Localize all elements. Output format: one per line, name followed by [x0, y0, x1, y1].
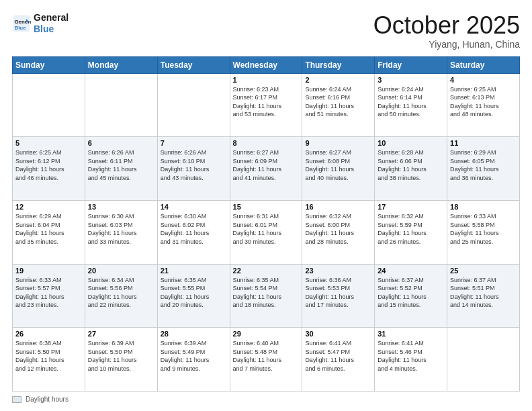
day-number: 9 — [305, 139, 371, 147]
logo: General Blue General Blue — [12, 12, 69, 35]
calendar-cell — [157, 73, 230, 137]
day-info: Sunrise: 6:39 AM Sunset: 5:49 PM Dayligh… — [161, 339, 227, 373]
day-number: 31 — [378, 330, 444, 338]
calendar-cell: 26Sunrise: 6:38 AM Sunset: 5:50 PM Dayli… — [13, 328, 85, 392]
day-number: 2 — [305, 76, 371, 84]
header: General Blue General Blue October 2025 Y… — [12, 12, 520, 50]
calendar-cell: 19Sunrise: 6:33 AM Sunset: 5:57 PM Dayli… — [13, 264, 85, 328]
calendar-week-2: 5Sunrise: 6:25 AM Sunset: 6:12 PM Daylig… — [13, 137, 520, 201]
day-info: Sunrise: 6:31 AM Sunset: 6:01 PM Dayligh… — [233, 212, 300, 246]
logo-blue: Blue — [34, 24, 69, 35]
calendar-cell: 16Sunrise: 6:32 AM Sunset: 6:00 PM Dayli… — [302, 200, 375, 264]
calendar-cell: 1Sunrise: 6:23 AM Sunset: 6:17 PM Daylig… — [230, 73, 302, 137]
title-block: October 2025 Yiyang, Hunan, China — [373, 12, 520, 50]
calendar-week-1: 1Sunrise: 6:23 AM Sunset: 6:17 PM Daylig… — [13, 73, 520, 137]
day-number: 22 — [233, 267, 300, 275]
calendar-cell: 11Sunrise: 6:29 AM Sunset: 6:05 PM Dayli… — [447, 137, 520, 201]
day-number: 11 — [450, 139, 517, 147]
day-info: Sunrise: 6:24 AM Sunset: 6:14 PM Dayligh… — [378, 85, 444, 119]
calendar-cell: 30Sunrise: 6:41 AM Sunset: 5:47 PM Dayli… — [302, 328, 375, 392]
day-info: Sunrise: 6:38 AM Sunset: 5:50 PM Dayligh… — [15, 339, 82, 373]
day-info: Sunrise: 6:41 AM Sunset: 5:47 PM Dayligh… — [305, 339, 371, 373]
day-number: 23 — [305, 267, 371, 275]
calendar-cell: 13Sunrise: 6:30 AM Sunset: 6:03 PM Dayli… — [85, 200, 157, 264]
header-row: Sunday Monday Tuesday Wednesday Thursday… — [13, 56, 520, 73]
calendar-cell: 8Sunrise: 6:27 AM Sunset: 6:09 PM Daylig… — [230, 137, 302, 201]
day-number: 6 — [88, 139, 154, 147]
day-number: 25 — [450, 267, 517, 275]
day-info: Sunrise: 6:30 AM Sunset: 6:03 PM Dayligh… — [88, 212, 154, 246]
calendar-cell: 29Sunrise: 6:40 AM Sunset: 5:48 PM Dayli… — [230, 328, 302, 392]
col-thursday: Thursday — [302, 56, 375, 73]
day-number: 16 — [305, 203, 371, 211]
day-info: Sunrise: 6:24 AM Sunset: 6:16 PM Dayligh… — [305, 85, 371, 119]
day-info: Sunrise: 6:35 AM Sunset: 5:54 PM Dayligh… — [233, 276, 300, 310]
day-info: Sunrise: 6:40 AM Sunset: 5:48 PM Dayligh… — [233, 339, 300, 373]
calendar-cell: 9Sunrise: 6:27 AM Sunset: 6:08 PM Daylig… — [302, 137, 375, 201]
day-number: 17 — [378, 203, 444, 211]
calendar-cell: 5Sunrise: 6:25 AM Sunset: 6:12 PM Daylig… — [13, 137, 85, 201]
calendar-cell: 20Sunrise: 6:34 AM Sunset: 5:56 PM Dayli… — [85, 264, 157, 328]
day-number: 21 — [161, 267, 227, 275]
day-number: 10 — [378, 139, 444, 147]
day-info: Sunrise: 6:34 AM Sunset: 5:56 PM Dayligh… — [88, 276, 154, 310]
calendar-title: October 2025 — [373, 12, 520, 39]
calendar-subtitle: Yiyang, Hunan, China — [373, 39, 520, 50]
day-info: Sunrise: 6:35 AM Sunset: 5:55 PM Dayligh… — [161, 276, 227, 310]
calendar-cell: 6Sunrise: 6:26 AM Sunset: 6:11 PM Daylig… — [85, 137, 157, 201]
day-number: 30 — [305, 330, 371, 338]
day-info: Sunrise: 6:39 AM Sunset: 5:50 PM Dayligh… — [88, 339, 154, 373]
day-info: Sunrise: 6:26 AM Sunset: 6:11 PM Dayligh… — [88, 148, 154, 182]
calendar-week-3: 12Sunrise: 6:29 AM Sunset: 6:04 PM Dayli… — [13, 200, 520, 264]
day-info: Sunrise: 6:36 AM Sunset: 5:53 PM Dayligh… — [305, 276, 371, 310]
day-number: 20 — [88, 267, 154, 275]
day-info: Sunrise: 6:27 AM Sunset: 6:08 PM Dayligh… — [305, 148, 371, 182]
day-info: Sunrise: 6:25 AM Sunset: 6:13 PM Dayligh… — [450, 85, 517, 119]
day-info: Sunrise: 6:32 AM Sunset: 5:59 PM Dayligh… — [378, 212, 444, 246]
day-info: Sunrise: 6:33 AM Sunset: 5:58 PM Dayligh… — [450, 212, 517, 246]
day-number: 28 — [161, 330, 227, 338]
calendar-cell: 27Sunrise: 6:39 AM Sunset: 5:50 PM Dayli… — [85, 328, 157, 392]
day-number: 7 — [161, 139, 227, 147]
day-number: 18 — [450, 203, 517, 211]
daylight-label: Daylight hours — [26, 396, 69, 403]
day-info: Sunrise: 6:27 AM Sunset: 6:09 PM Dayligh… — [233, 148, 300, 182]
calendar-cell: 24Sunrise: 6:37 AM Sunset: 5:52 PM Dayli… — [375, 264, 447, 328]
day-number: 1 — [233, 76, 300, 84]
day-info: Sunrise: 6:37 AM Sunset: 5:52 PM Dayligh… — [378, 276, 444, 310]
calendar-cell: 12Sunrise: 6:29 AM Sunset: 6:04 PM Dayli… — [13, 200, 85, 264]
calendar-cell — [85, 73, 157, 137]
calendar-cell — [447, 328, 520, 392]
calendar-cell: 3Sunrise: 6:24 AM Sunset: 6:14 PM Daylig… — [375, 73, 447, 137]
day-info: Sunrise: 6:29 AM Sunset: 6:04 PM Dayligh… — [15, 212, 82, 246]
day-info: Sunrise: 6:32 AM Sunset: 6:00 PM Dayligh… — [305, 212, 371, 246]
calendar-cell — [13, 73, 85, 137]
calendar-cell: 25Sunrise: 6:37 AM Sunset: 5:51 PM Dayli… — [447, 264, 520, 328]
daylight-box — [12, 396, 21, 403]
calendar-cell: 21Sunrise: 6:35 AM Sunset: 5:55 PM Dayli… — [157, 264, 230, 328]
col-wednesday: Wednesday — [230, 56, 302, 73]
day-number: 26 — [15, 330, 82, 338]
col-saturday: Saturday — [447, 56, 520, 73]
calendar-cell: 23Sunrise: 6:36 AM Sunset: 5:53 PM Dayli… — [302, 264, 375, 328]
calendar-cell: 15Sunrise: 6:31 AM Sunset: 6:01 PM Dayli… — [230, 200, 302, 264]
day-info: Sunrise: 6:25 AM Sunset: 6:12 PM Dayligh… — [15, 148, 82, 182]
calendar-cell: 7Sunrise: 6:26 AM Sunset: 6:10 PM Daylig… — [157, 137, 230, 201]
calendar-cell: 10Sunrise: 6:28 AM Sunset: 6:06 PM Dayli… — [375, 137, 447, 201]
day-info: Sunrise: 6:26 AM Sunset: 6:10 PM Dayligh… — [161, 148, 227, 182]
day-number: 24 — [378, 267, 444, 275]
day-number: 29 — [233, 330, 300, 338]
day-info: Sunrise: 6:29 AM Sunset: 6:05 PM Dayligh… — [450, 148, 517, 182]
day-number: 12 — [15, 203, 82, 211]
logo-general: General — [34, 12, 69, 24]
calendar-cell: 2Sunrise: 6:24 AM Sunset: 6:16 PM Daylig… — [302, 73, 375, 137]
calendar-week-5: 26Sunrise: 6:38 AM Sunset: 5:50 PM Dayli… — [13, 328, 520, 392]
calendar-cell: 28Sunrise: 6:39 AM Sunset: 5:49 PM Dayli… — [157, 328, 230, 392]
calendar-cell: 4Sunrise: 6:25 AM Sunset: 6:13 PM Daylig… — [447, 73, 520, 137]
calendar-week-4: 19Sunrise: 6:33 AM Sunset: 5:57 PM Dayli… — [13, 264, 520, 328]
calendar-cell: 18Sunrise: 6:33 AM Sunset: 5:58 PM Dayli… — [447, 200, 520, 264]
day-info: Sunrise: 6:28 AM Sunset: 6:06 PM Dayligh… — [378, 148, 444, 182]
calendar-cell: 17Sunrise: 6:32 AM Sunset: 5:59 PM Dayli… — [375, 200, 447, 264]
day-number: 4 — [450, 76, 517, 84]
col-sunday: Sunday — [13, 56, 85, 73]
